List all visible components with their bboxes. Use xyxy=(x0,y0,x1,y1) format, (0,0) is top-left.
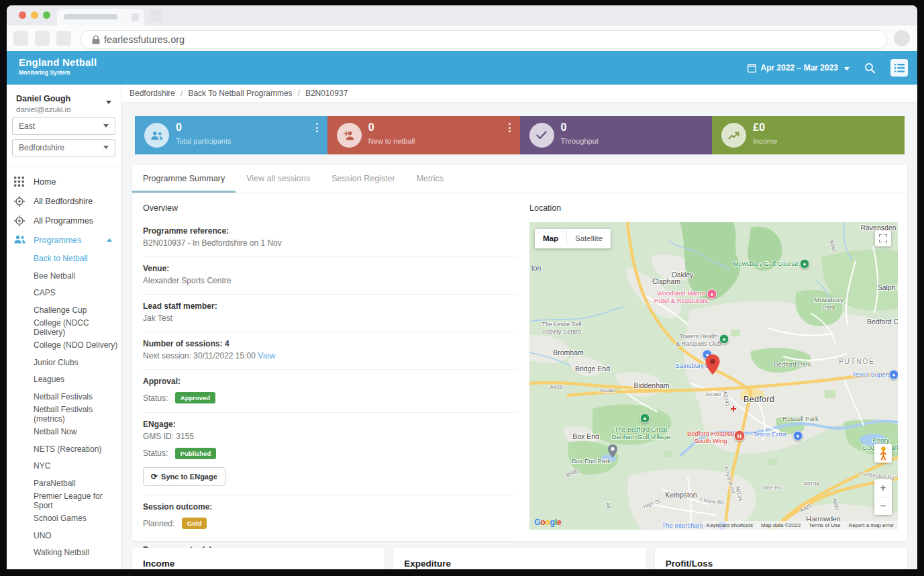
sidebar-item-programme[interactable]: Netball Festivals xyxy=(7,388,121,405)
field-label: Number of sessions: 4 xyxy=(143,339,517,348)
address-bar[interactable]: fearlessfutures.org xyxy=(81,30,887,49)
kebab-menu-icon[interactable] xyxy=(316,123,318,132)
overview-heading: Overview xyxy=(143,203,517,213)
date-range-picker[interactable]: Apr 2022 – Mar 2023 xyxy=(748,63,850,73)
sidebar-item-programme[interactable]: School Games xyxy=(7,510,121,527)
maximize-window-button[interactable] xyxy=(43,11,50,19)
close-window-button[interactable] xyxy=(19,11,26,19)
sidebar-item-programme[interactable]: Leagues xyxy=(7,371,121,389)
map-marker-poi-green[interactable]: ● xyxy=(800,259,810,269)
user-block[interactable]: Daniel Gough daniel@azuki.io xyxy=(7,85,121,113)
sidebar-nav-item[interactable]: Home xyxy=(7,172,121,191)
stat-label: Total participants xyxy=(176,137,232,145)
panel-tab[interactable]: Metrics xyxy=(406,165,454,193)
breadcrumb-programmes[interactable]: Back To Netball Programmes xyxy=(188,89,292,98)
panel-tab[interactable]: Programme Summary xyxy=(132,165,236,193)
sidebar-item-programme[interactable]: ParaNetball xyxy=(7,475,121,492)
sidebar-item-programme[interactable]: College (NDO Delivery) xyxy=(7,336,121,354)
sidebar-item-programme[interactable]: UNO xyxy=(7,527,121,544)
sidebar-item-programme[interactable]: Netball Festivals (metrics) xyxy=(7,405,121,423)
field-lead-staff: Lead staff member: Jak Test xyxy=(143,295,517,332)
sidebar-nav-item[interactable]: All Bedfordshire xyxy=(7,191,121,211)
people-icon xyxy=(14,235,25,246)
map-marker-hosp[interactable]: H xyxy=(734,430,746,442)
region-select[interactable]: East xyxy=(12,117,115,135)
new-tab-button[interactable] xyxy=(150,9,162,21)
map-marker-poi-green[interactable]: ● xyxy=(640,414,650,424)
sidebar-item-programme[interactable]: Bee Netball xyxy=(7,267,121,285)
field-value: Jak Test xyxy=(143,314,517,323)
programme-label: Premier League for Sport xyxy=(34,491,121,510)
sidebar-item-programme[interactable]: College (NDCC Delivery) xyxy=(7,319,121,336)
google-logo[interactable]: Google xyxy=(534,518,561,527)
map-marker-graypin[interactable] xyxy=(608,444,618,459)
planned-label: Planned: xyxy=(143,519,174,528)
field-label: Approval: xyxy=(143,377,517,386)
map-marker-cross[interactable] xyxy=(731,406,736,412)
sidebar-nav-label: All Programmes xyxy=(34,216,93,226)
satellite-view-button[interactable]: Satellite xyxy=(567,229,611,248)
breadcrumb-county[interactable]: Bedfordshire xyxy=(130,89,175,98)
stat-icon-circle xyxy=(337,123,362,148)
map-marker-poi-pink[interactable]: ● xyxy=(707,289,717,299)
kebab-menu-icon[interactable] xyxy=(509,123,511,132)
sidebar-item-programme[interactable]: CAPS xyxy=(7,285,121,302)
calendar-icon xyxy=(748,64,756,73)
forward-button[interactable] xyxy=(35,31,50,46)
map-footer-item[interactable]: Report a map error xyxy=(844,522,898,528)
breadcrumb-separator: / xyxy=(181,89,183,98)
pegman-icon[interactable] xyxy=(874,444,892,463)
breadcrumb-reference[interactable]: B2N010937 xyxy=(305,89,348,98)
field-session-outcome: Session outcome: Planned: Gold xyxy=(143,495,517,538)
status-label: Status: xyxy=(143,393,168,403)
sync-to-engage-button[interactable]: Sync to ENgage xyxy=(143,467,225,486)
tab-label: View all sessions xyxy=(246,174,310,183)
map-marker-poi-blue[interactable]: ● xyxy=(889,370,899,380)
map-marker-poi-blue[interactable]: ● xyxy=(793,431,803,441)
card-title: Expediture xyxy=(404,559,646,569)
back-button[interactable] xyxy=(13,31,28,46)
map-marker-poi-green[interactable]: ● xyxy=(719,334,729,344)
gms-id: GMS ID: 3155 xyxy=(143,432,517,441)
sidebar-nav-item[interactable]: Programmes xyxy=(7,230,121,250)
panel-tab[interactable]: Session Register xyxy=(321,165,406,193)
sidebar-item-programme[interactable]: Challenge Cup xyxy=(7,301,121,319)
user-menu-caret-icon[interactable] xyxy=(106,101,111,104)
tab-close-button[interactable] xyxy=(132,13,139,21)
sidebar-nav-item[interactable]: All Programmes xyxy=(7,211,121,230)
county-select[interactable]: Bedfordshire xyxy=(12,139,115,156)
date-range-label: Apr 2022 – Mar 2023 xyxy=(761,63,838,73)
list-menu-icon[interactable] xyxy=(890,59,908,77)
sidebar-item-programme[interactable]: Premier League for Sport xyxy=(7,492,121,510)
zoom-in-button[interactable]: + xyxy=(874,479,892,497)
approval-status-badge: Approved xyxy=(175,392,215,403)
field-label: Lead staff member: xyxy=(143,301,517,311)
field-engage: ENgage: GMS ID: 3155 Status: Published S… xyxy=(143,413,517,495)
browser-profile-avatar[interactable] xyxy=(894,30,910,46)
sidebar-item-programme[interactable]: Back to Netball xyxy=(7,250,121,267)
financial-cards: Income Expediture Profit/Loss xyxy=(132,548,907,569)
zoom-out-button[interactable]: − xyxy=(874,497,892,515)
browser-tab[interactable] xyxy=(57,9,144,26)
sidebar-item-programme[interactable]: NYC xyxy=(7,458,121,475)
sidebar-item-programme[interactable]: Netball Now xyxy=(7,423,121,440)
sidebar-item-programme[interactable]: Walking Netball xyxy=(7,544,121,562)
search-icon[interactable] xyxy=(864,62,876,74)
map-view-button[interactable]: Map xyxy=(535,229,566,248)
sidebar-item-programme[interactable]: NETS (Recreation) xyxy=(7,440,121,458)
map-footer-item[interactable]: Terms of Use xyxy=(805,522,844,528)
tab-label: Programme Summary xyxy=(143,174,225,183)
map-marker-pin[interactable] xyxy=(705,354,720,375)
people-icon xyxy=(151,131,163,140)
programme-label: ParaNetball xyxy=(34,479,76,488)
reload-button[interactable] xyxy=(56,31,71,46)
fullscreen-icon[interactable] xyxy=(875,230,891,246)
google-map[interactable]: RavensdenB660Mowsbury Golf CourseOakleyt… xyxy=(529,222,898,530)
view-session-link[interactable]: View xyxy=(258,351,275,361)
sidebar-item-programme[interactable]: Junior Clubs xyxy=(7,354,121,371)
minimize-window-button[interactable] xyxy=(31,11,38,19)
card-title: Profit/Loss xyxy=(666,559,907,569)
programme-label: NETS (Recreation) xyxy=(34,444,101,454)
panel-tab[interactable]: View all sessions xyxy=(236,165,321,193)
map-footer-item[interactable]: Keyboard shortcuts xyxy=(703,522,757,528)
